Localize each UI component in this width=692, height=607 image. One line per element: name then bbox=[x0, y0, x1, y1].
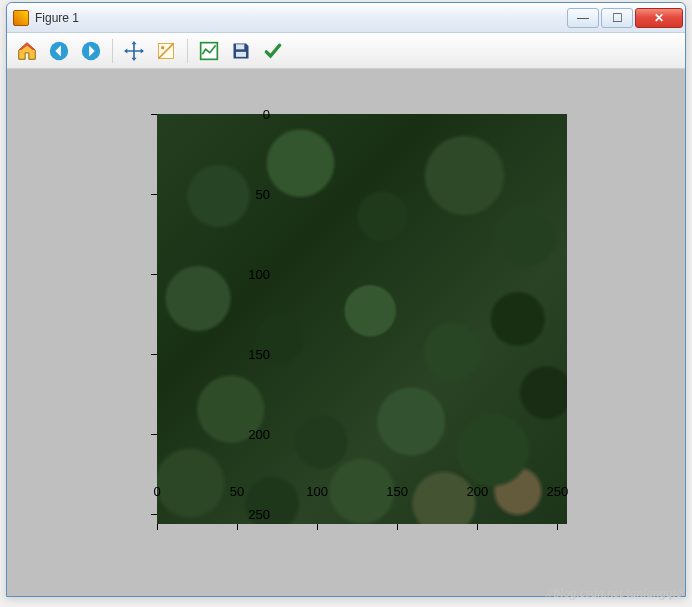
minimize-button[interactable]: — bbox=[567, 8, 599, 28]
forest-image bbox=[157, 114, 567, 524]
pan-button[interactable] bbox=[120, 37, 148, 65]
x-tick-label: 50 bbox=[230, 484, 244, 499]
save-icon bbox=[231, 41, 251, 61]
svg-rect-6 bbox=[236, 51, 246, 56]
y-tick-label: 200 bbox=[240, 427, 270, 442]
y-tick-label: 100 bbox=[240, 267, 270, 282]
toolbar-separator bbox=[187, 39, 188, 63]
x-tick-label: 200 bbox=[466, 484, 488, 499]
window-controls: — ☐ ✕ bbox=[565, 8, 683, 28]
y-tick-label: 0 bbox=[240, 107, 270, 122]
plot-canvas[interactable]: 0 50 100 150 200 250 0 50 100 150 200 25… bbox=[7, 69, 685, 596]
home-icon bbox=[16, 40, 38, 62]
zoom-button[interactable] bbox=[152, 37, 180, 65]
zoom-icon bbox=[156, 41, 176, 61]
titlebar[interactable]: Figure 1 — ☐ ✕ bbox=[7, 3, 685, 33]
close-button[interactable]: ✕ bbox=[635, 8, 683, 28]
toolbar bbox=[7, 33, 685, 69]
check-button[interactable] bbox=[259, 37, 287, 65]
axes bbox=[157, 114, 567, 524]
pan-icon bbox=[124, 41, 144, 61]
toolbar-separator bbox=[112, 39, 113, 63]
forward-icon bbox=[80, 40, 102, 62]
x-tick-label: 150 bbox=[386, 484, 408, 499]
svg-point-3 bbox=[161, 46, 164, 49]
app-icon bbox=[13, 10, 29, 26]
subplots-button[interactable] bbox=[195, 37, 223, 65]
check-icon bbox=[263, 41, 283, 61]
save-button[interactable] bbox=[227, 37, 255, 65]
y-tick-label: 250 bbox=[240, 507, 270, 522]
window-title: Figure 1 bbox=[35, 11, 79, 25]
x-tick-label: 250 bbox=[547, 484, 569, 499]
forward-button[interactable] bbox=[77, 37, 105, 65]
home-button[interactable] bbox=[13, 37, 41, 65]
maximize-button[interactable]: ☐ bbox=[601, 8, 633, 28]
x-tick-label: 0 bbox=[153, 484, 160, 499]
back-icon bbox=[48, 40, 70, 62]
x-tick-label: 100 bbox=[306, 484, 328, 499]
subplots-icon bbox=[199, 41, 219, 61]
plot-image bbox=[157, 114, 567, 524]
back-button[interactable] bbox=[45, 37, 73, 65]
y-tick-label: 50 bbox=[240, 187, 270, 202]
y-tick-label: 150 bbox=[240, 347, 270, 362]
svg-rect-5 bbox=[236, 44, 244, 49]
figure-window: Figure 1 — ☐ ✕ bbox=[6, 2, 686, 597]
